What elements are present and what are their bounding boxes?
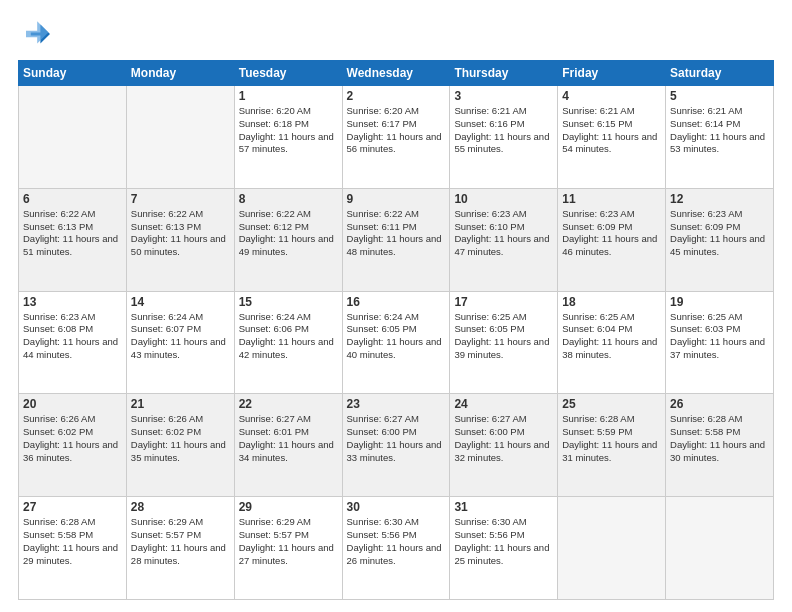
- cell-info: Sunrise: 6:23 AMSunset: 6:09 PMDaylight:…: [670, 208, 769, 259]
- calendar-cell: 26Sunrise: 6:28 AMSunset: 5:58 PMDayligh…: [666, 394, 774, 497]
- day-number: 9: [347, 192, 446, 206]
- day-number: 12: [670, 192, 769, 206]
- calendar-cell: [666, 497, 774, 600]
- cell-info: Sunrise: 6:20 AMSunset: 6:17 PMDaylight:…: [347, 105, 446, 156]
- cell-info: Sunrise: 6:23 AMSunset: 6:08 PMDaylight:…: [23, 311, 122, 362]
- calendar-cell: 28Sunrise: 6:29 AMSunset: 5:57 PMDayligh…: [126, 497, 234, 600]
- day-number: 31: [454, 500, 553, 514]
- calendar-header-row: SundayMondayTuesdayWednesdayThursdayFrid…: [19, 61, 774, 86]
- cell-info: Sunrise: 6:26 AMSunset: 6:02 PMDaylight:…: [23, 413, 122, 464]
- cell-info: Sunrise: 6:22 AMSunset: 6:11 PMDaylight:…: [347, 208, 446, 259]
- cell-info: Sunrise: 6:29 AMSunset: 5:57 PMDaylight:…: [131, 516, 230, 567]
- calendar-cell: 2Sunrise: 6:20 AMSunset: 6:17 PMDaylight…: [342, 86, 450, 189]
- calendar-cell: 5Sunrise: 6:21 AMSunset: 6:14 PMDaylight…: [666, 86, 774, 189]
- calendar-week-row: 20Sunrise: 6:26 AMSunset: 6:02 PMDayligh…: [19, 394, 774, 497]
- calendar-week-row: 13Sunrise: 6:23 AMSunset: 6:08 PMDayligh…: [19, 291, 774, 394]
- calendar-cell: 18Sunrise: 6:25 AMSunset: 6:04 PMDayligh…: [558, 291, 666, 394]
- day-number: 23: [347, 397, 446, 411]
- logo: [18, 18, 54, 50]
- calendar-week-row: 1Sunrise: 6:20 AMSunset: 6:18 PMDaylight…: [19, 86, 774, 189]
- calendar-cell: 29Sunrise: 6:29 AMSunset: 5:57 PMDayligh…: [234, 497, 342, 600]
- cell-info: Sunrise: 6:28 AMSunset: 5:58 PMDaylight:…: [23, 516, 122, 567]
- day-number: 16: [347, 295, 446, 309]
- day-number: 8: [239, 192, 338, 206]
- cell-info: Sunrise: 6:25 AMSunset: 6:03 PMDaylight:…: [670, 311, 769, 362]
- header: [18, 18, 774, 50]
- cell-info: Sunrise: 6:23 AMSunset: 6:09 PMDaylight:…: [562, 208, 661, 259]
- day-number: 4: [562, 89, 661, 103]
- day-number: 18: [562, 295, 661, 309]
- cell-info: Sunrise: 6:20 AMSunset: 6:18 PMDaylight:…: [239, 105, 338, 156]
- day-number: 5: [670, 89, 769, 103]
- cell-info: Sunrise: 6:22 AMSunset: 6:13 PMDaylight:…: [131, 208, 230, 259]
- cell-info: Sunrise: 6:24 AMSunset: 6:07 PMDaylight:…: [131, 311, 230, 362]
- calendar-cell: 3Sunrise: 6:21 AMSunset: 6:16 PMDaylight…: [450, 86, 558, 189]
- cell-info: Sunrise: 6:22 AMSunset: 6:13 PMDaylight:…: [23, 208, 122, 259]
- day-header-saturday: Saturday: [666, 61, 774, 86]
- day-number: 1: [239, 89, 338, 103]
- cell-info: Sunrise: 6:28 AMSunset: 5:59 PMDaylight:…: [562, 413, 661, 464]
- calendar-cell: 21Sunrise: 6:26 AMSunset: 6:02 PMDayligh…: [126, 394, 234, 497]
- day-number: 22: [239, 397, 338, 411]
- calendar-cell: 22Sunrise: 6:27 AMSunset: 6:01 PMDayligh…: [234, 394, 342, 497]
- calendar-cell: 14Sunrise: 6:24 AMSunset: 6:07 PMDayligh…: [126, 291, 234, 394]
- day-header-monday: Monday: [126, 61, 234, 86]
- calendar-cell: 4Sunrise: 6:21 AMSunset: 6:15 PMDaylight…: [558, 86, 666, 189]
- cell-info: Sunrise: 6:23 AMSunset: 6:10 PMDaylight:…: [454, 208, 553, 259]
- day-header-tuesday: Tuesday: [234, 61, 342, 86]
- day-number: 30: [347, 500, 446, 514]
- day-number: 2: [347, 89, 446, 103]
- day-number: 3: [454, 89, 553, 103]
- calendar-cell: 30Sunrise: 6:30 AMSunset: 5:56 PMDayligh…: [342, 497, 450, 600]
- day-number: 6: [23, 192, 122, 206]
- calendar-cell: 13Sunrise: 6:23 AMSunset: 6:08 PMDayligh…: [19, 291, 127, 394]
- calendar-cell: 20Sunrise: 6:26 AMSunset: 6:02 PMDayligh…: [19, 394, 127, 497]
- cell-info: Sunrise: 6:26 AMSunset: 6:02 PMDaylight:…: [131, 413, 230, 464]
- day-number: 10: [454, 192, 553, 206]
- calendar-cell: [19, 86, 127, 189]
- day-number: 21: [131, 397, 230, 411]
- calendar-cell: 1Sunrise: 6:20 AMSunset: 6:18 PMDaylight…: [234, 86, 342, 189]
- cell-info: Sunrise: 6:27 AMSunset: 6:01 PMDaylight:…: [239, 413, 338, 464]
- day-number: 29: [239, 500, 338, 514]
- calendar-cell: 24Sunrise: 6:27 AMSunset: 6:00 PMDayligh…: [450, 394, 558, 497]
- cell-info: Sunrise: 6:28 AMSunset: 5:58 PMDaylight:…: [670, 413, 769, 464]
- day-number: 19: [670, 295, 769, 309]
- day-number: 13: [23, 295, 122, 309]
- calendar-table: SundayMondayTuesdayWednesdayThursdayFrid…: [18, 60, 774, 600]
- cell-info: Sunrise: 6:30 AMSunset: 5:56 PMDaylight:…: [347, 516, 446, 567]
- cell-info: Sunrise: 6:25 AMSunset: 6:05 PMDaylight:…: [454, 311, 553, 362]
- cell-info: Sunrise: 6:21 AMSunset: 6:15 PMDaylight:…: [562, 105, 661, 156]
- day-number: 25: [562, 397, 661, 411]
- day-number: 17: [454, 295, 553, 309]
- cell-info: Sunrise: 6:21 AMSunset: 6:14 PMDaylight:…: [670, 105, 769, 156]
- cell-info: Sunrise: 6:27 AMSunset: 6:00 PMDaylight:…: [454, 413, 553, 464]
- day-number: 26: [670, 397, 769, 411]
- cell-info: Sunrise: 6:24 AMSunset: 6:05 PMDaylight:…: [347, 311, 446, 362]
- calendar-cell: 16Sunrise: 6:24 AMSunset: 6:05 PMDayligh…: [342, 291, 450, 394]
- calendar-cell: 8Sunrise: 6:22 AMSunset: 6:12 PMDaylight…: [234, 188, 342, 291]
- calendar-cell: 6Sunrise: 6:22 AMSunset: 6:13 PMDaylight…: [19, 188, 127, 291]
- calendar-cell: 7Sunrise: 6:22 AMSunset: 6:13 PMDaylight…: [126, 188, 234, 291]
- calendar-cell: 19Sunrise: 6:25 AMSunset: 6:03 PMDayligh…: [666, 291, 774, 394]
- day-number: 11: [562, 192, 661, 206]
- cell-info: Sunrise: 6:30 AMSunset: 5:56 PMDaylight:…: [454, 516, 553, 567]
- calendar-cell: 23Sunrise: 6:27 AMSunset: 6:00 PMDayligh…: [342, 394, 450, 497]
- cell-info: Sunrise: 6:21 AMSunset: 6:16 PMDaylight:…: [454, 105, 553, 156]
- calendar-cell: 27Sunrise: 6:28 AMSunset: 5:58 PMDayligh…: [19, 497, 127, 600]
- cell-info: Sunrise: 6:24 AMSunset: 6:06 PMDaylight:…: [239, 311, 338, 362]
- calendar-cell: [126, 86, 234, 189]
- svg-marker-1: [26, 21, 48, 43]
- calendar-cell: 12Sunrise: 6:23 AMSunset: 6:09 PMDayligh…: [666, 188, 774, 291]
- day-header-wednesday: Wednesday: [342, 61, 450, 86]
- calendar-cell: [558, 497, 666, 600]
- day-number: 24: [454, 397, 553, 411]
- cell-info: Sunrise: 6:25 AMSunset: 6:04 PMDaylight:…: [562, 311, 661, 362]
- calendar-week-row: 6Sunrise: 6:22 AMSunset: 6:13 PMDaylight…: [19, 188, 774, 291]
- calendar-cell: 15Sunrise: 6:24 AMSunset: 6:06 PMDayligh…: [234, 291, 342, 394]
- page: SundayMondayTuesdayWednesdayThursdayFrid…: [0, 0, 792, 612]
- day-header-thursday: Thursday: [450, 61, 558, 86]
- calendar-cell: 11Sunrise: 6:23 AMSunset: 6:09 PMDayligh…: [558, 188, 666, 291]
- day-header-friday: Friday: [558, 61, 666, 86]
- calendar-cell: 31Sunrise: 6:30 AMSunset: 5:56 PMDayligh…: [450, 497, 558, 600]
